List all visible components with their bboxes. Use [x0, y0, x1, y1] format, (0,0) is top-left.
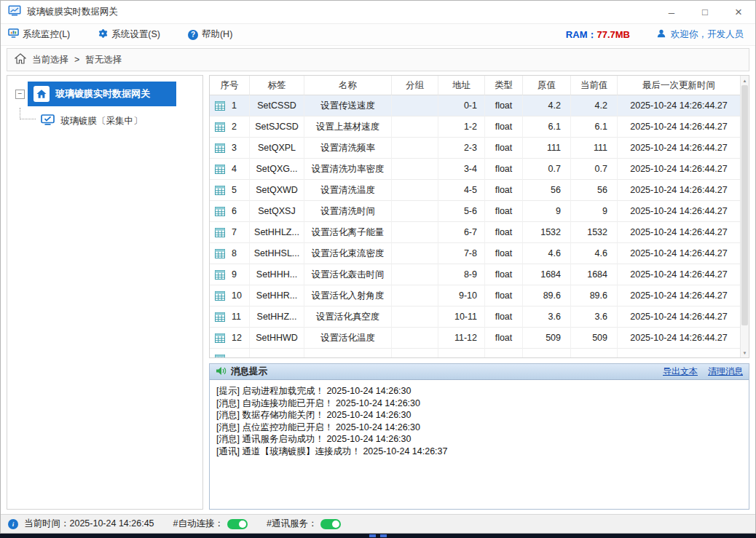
cell-type: float: [485, 306, 523, 328]
export-text-link[interactable]: 导出文本: [663, 365, 698, 378]
table-row[interactable]: 9 SetHHH... 设置活化轰击时间 8-9 float 1684 1684…: [210, 264, 740, 285]
table-scrollbar[interactable]: [740, 76, 749, 357]
table-row[interactable]: 10 SetHHR... 设置活化入射角度 9-10 float 89.6 89…: [210, 285, 740, 306]
cell-original-value: 111: [523, 138, 571, 159]
table-row[interactable]: 2 SetSJCSD 设置上基材速度 1-2 float 6.1 6.1 202…: [210, 116, 740, 138]
clear-messages-link[interactable]: 清理消息: [708, 365, 743, 378]
breadcrumb-label: 当前选择: [32, 54, 68, 66]
comm-service-toggle[interactable]: [320, 519, 341, 529]
message-panel-header: 消息提示 导出文本 清理消息: [210, 364, 749, 380]
point-grid-icon: [215, 122, 225, 132]
menu-system-settings[interactable]: 系统设置(S): [98, 28, 160, 41]
taskbar-icon: [380, 534, 387, 537]
cell-original-value: 56: [523, 180, 571, 201]
close-button[interactable]: [722, 1, 755, 23]
col-original-value[interactable]: 原值: [523, 76, 571, 95]
monitor-icon: [8, 28, 19, 41]
table-row[interactable]: 11 SetHHZ... 设置活化真空度 10-11 float 3.6 3.6…: [210, 306, 740, 328]
speaker-icon: [216, 365, 227, 379]
table-row[interactable]: 1 SetCSSD 设置传送速度 0-1 float 4.2 4.2 2025-…: [210, 95, 740, 116]
table-row[interactable]: 4 SetQXG... 设置清洗功率密度 3-4 float 0.7 0.7 2…: [210, 159, 740, 180]
home-icon[interactable]: [15, 53, 26, 66]
ram-value: 77.7MB: [596, 29, 630, 40]
cell-tag: SetHHLZ...: [250, 222, 304, 243]
cell-update-time: 2025-10-24 14:26:44.27: [618, 306, 740, 328]
cell-current-value: 3.6: [571, 306, 618, 328]
points-table: 序号 标签 名称 分组 地址 类型 原值 当前值 最后一次更新时间: [209, 75, 749, 358]
window-controls: [655, 1, 755, 23]
tree-root-row: 玻璃镀膜实时数据网关: [7, 82, 202, 106]
cell-group: [392, 116, 438, 138]
auto-connect-item: #自动连接：: [173, 518, 248, 530]
table-row[interactable]: 3 SetQXPL 设置清洗频率 2-3 float 111 111 2025-…: [210, 138, 740, 159]
cell-address: 4-5: [438, 180, 485, 201]
cell-current-value: 0.7: [571, 159, 618, 180]
cell-index: 4: [232, 164, 237, 174]
cell-index: 10: [232, 290, 242, 301]
tree-child-node[interactable]: 玻璃镀膜〔采集中〕: [41, 113, 202, 129]
window-title: 玻璃镀膜实时数据网关: [27, 6, 118, 18]
cell-tag: SetHHZ...: [250, 306, 304, 328]
table-row[interactable]: 7 SetHHLZ... 设置活化离子能量 6-7 float 1532 153…: [210, 222, 740, 243]
table-row[interactable]: 6 SetQXSJ 设置清洗时间 5-6 float 9 9 2025-10-2…: [210, 201, 740, 222]
menu-system-monitor[interactable]: 系统监控(L): [8, 28, 70, 41]
cell-update-time: 2025-10-24 14:26:44.27: [618, 243, 740, 264]
cell-name: 设置清洗时间: [304, 201, 392, 222]
col-address[interactable]: 地址: [438, 76, 485, 95]
tree-root-label: 玻璃镀膜实时数据网关: [55, 87, 150, 100]
point-grid-icon: [215, 207, 225, 216]
col-tag[interactable]: 标签: [250, 76, 304, 95]
table-inner: 序号 标签 名称 分组 地址 类型 原值 当前值 最后一次更新时间: [210, 76, 740, 357]
col-group[interactable]: 分组: [392, 76, 438, 95]
cell-tag: SetQXWD: [250, 180, 304, 201]
cell-address: 0-1: [438, 95, 485, 116]
point-grid-icon: [215, 291, 225, 301]
cell-name: 设置清洗功率密度: [304, 159, 392, 180]
menu-label: 帮助(H): [202, 28, 232, 41]
welcome-area: 欢迎你，开发人员: [656, 28, 744, 41]
cell-name: 设置活化离子能量: [304, 222, 392, 243]
table-row[interactable]: 8 SetHHSL... 设置活化束流密度 7-8 float 4.6 4.6 …: [210, 243, 740, 264]
cell-tag: SetCSSD: [250, 95, 304, 116]
table-header: 序号 标签 名称 分组 地址 类型 原值 当前值 最后一次更新时间: [210, 76, 740, 95]
cell-update-time: 2025-10-24 14:26:44.27: [618, 116, 740, 138]
cell-index: 1: [232, 100, 237, 111]
cell-original-value: 9: [523, 201, 571, 222]
message-list: [提示] 启动进程加载完成！ 2025-10-24 14:26:30[消息] 自…: [210, 380, 749, 509]
col-update-time[interactable]: 最后一次更新时间: [618, 76, 740, 95]
menu-help[interactable]: 帮助(H): [188, 28, 232, 41]
col-index[interactable]: 序号: [210, 76, 250, 95]
cell-current-value: 89.6: [571, 285, 618, 306]
tree-collapse-icon[interactable]: [15, 90, 25, 99]
cell-type: float: [485, 116, 523, 138]
table-row[interactable]: 5 SetQXWD 设置清洗温度 4-5 float 56 56 2025-10…: [210, 180, 740, 201]
minimize-button[interactable]: [655, 1, 688, 23]
cell-address: 5-6: [438, 201, 485, 222]
cell-tag: SetHHWD: [250, 328, 304, 349]
cell-type: float: [485, 138, 523, 159]
col-type[interactable]: 类型: [485, 76, 523, 95]
point-grid-icon: [215, 249, 225, 258]
cell-type: float: [485, 243, 523, 264]
cell-address: 10-11: [438, 306, 485, 328]
scroll-thumb[interactable]: [741, 85, 748, 325]
maximize-button[interactable]: [688, 1, 722, 23]
auto-connect-toggle[interactable]: [227, 519, 248, 529]
scroll-down-icon[interactable]: [741, 348, 749, 357]
maximize-icon: [702, 7, 708, 17]
cell-update-time: 2025-10-24 14:26:44.27: [618, 138, 740, 159]
col-name[interactable]: 名称: [304, 76, 392, 95]
scroll-up-icon[interactable]: [741, 76, 749, 85]
cell-name: 设置活化真空度: [304, 306, 392, 328]
col-current-value[interactable]: 当前值: [571, 76, 618, 95]
tree-root-node[interactable]: 玻璃镀膜实时数据网关: [28, 82, 176, 106]
table-row[interactable]: 12 SetHHWD 设置活化温度 11-12 float 509 509 20…: [210, 328, 740, 349]
cell-name: 设置传送速度: [304, 95, 392, 116]
point-grid-icon: [215, 165, 225, 174]
point-grid-icon: [215, 186, 225, 195]
cell-address: 9-10: [438, 285, 485, 306]
cell-update-time: 2025-10-24 14:26:44.27: [618, 264, 740, 285]
comm-service-item: #通讯服务：: [267, 518, 341, 530]
cell-current-value: 6.1: [571, 116, 618, 138]
cell-address: 7-8: [438, 243, 485, 264]
